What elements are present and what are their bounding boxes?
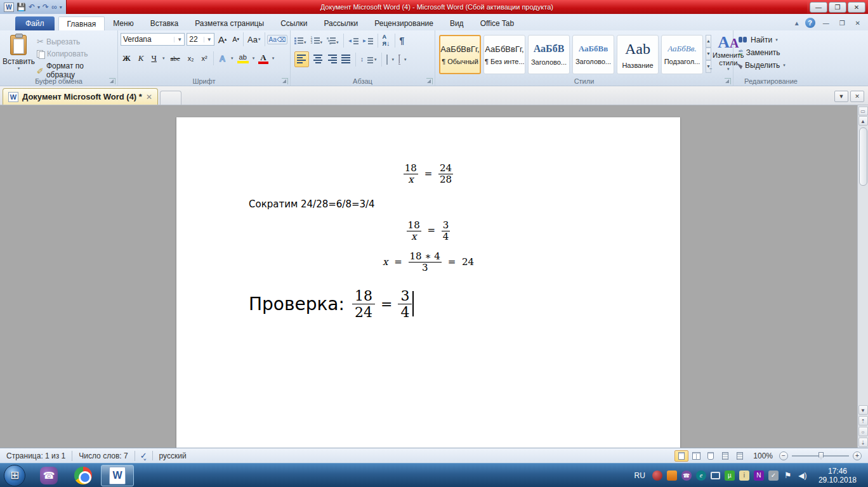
style-no-spacing[interactable]: АаБбВвГг, ¶ Без инте... [483,35,525,74]
doc-restore-button[interactable]: ❐ [837,20,848,27]
document-page[interactable]: 18x = 2428 Сократим 24/28=6/8=3/4 18x = … [176,117,680,449]
tab-bar-close-icon[interactable]: ✕ [850,91,864,102]
text-effects-button[interactable]: А [218,53,227,64]
doc-close-button[interactable]: ✕ [853,20,863,27]
style-normal[interactable]: АаБбВвГг, ¶ Обычный [439,35,481,74]
draft-view-button[interactable] [733,450,747,462]
style-subtitle[interactable]: АаБбВв. Подзагол... [661,35,703,74]
taskbar-viber[interactable]: ☎ [32,465,65,486]
shading-button[interactable] [386,55,388,64]
zoom-level[interactable]: 100% [751,451,775,460]
zoom-in-icon[interactable]: + [853,451,862,460]
styles-dialog-launcher-icon[interactable] [725,78,731,84]
grow-font-button[interactable]: A▴ [216,34,229,46]
zoom-slider[interactable] [792,455,849,457]
save-button[interactable]: 💾 [16,1,26,13]
minimize-ribbon-icon[interactable]: ▲ [794,20,800,27]
qat-customize-icon[interactable]: ▾ [60,4,62,10]
font-family-combo[interactable]: Verdana▼ [121,33,185,46]
line-spacing-button[interactable]: ↕▾ [360,56,377,63]
language-status[interactable]: русский [153,451,193,461]
antivirus-tray-icon[interactable] [652,471,662,481]
cut-button[interactable]: ✂ Вырезать [35,36,115,47]
ruler-toggle-icon[interactable]: ▭ [858,107,868,115]
tab-file[interactable]: Файл [15,16,55,30]
word-count-status[interactable]: Число слов: 7 [72,451,135,461]
start-button[interactable]: ⊞ [4,465,25,486]
bold-button[interactable]: Ж [121,53,133,64]
close-button[interactable]: ✕ [848,2,865,13]
styles-scroll-down-icon[interactable]: ▼ [706,48,711,60]
font-dialog-launcher-icon[interactable] [282,78,288,84]
word-app-icon[interactable]: W [4,3,14,12]
viber-tray-icon[interactable]: ☎ [681,471,692,481]
reading-view-button[interactable] [689,450,703,462]
superscript-button[interactable]: x² [200,54,209,63]
vertical-scrollbar[interactable]: ▭ ▲ ▼ ⇡ ○ ⇣ [857,105,868,448]
zoom-out-icon[interactable]: − [779,451,788,460]
chevron-down-icon[interactable]: ▼ [204,37,212,42]
language-indicator[interactable]: RU [635,471,648,480]
bullets-button[interactable]: ▾ [294,36,306,46]
undo-button[interactable]: ↶ [29,1,35,13]
align-center-button[interactable] [313,53,323,65]
borders-button[interactable] [398,55,400,64]
document-tab[interactable]: W Документ Microsoft Word (4) * ✕ [3,88,158,105]
change-case-button[interactable]: Аа▾ [246,34,263,45]
taskbar-word[interactable]: W [101,465,134,486]
select-button[interactable]: Выделить▾ [739,61,806,70]
print-layout-view-button[interactable] [674,450,688,462]
zoom-slider-thumb[interactable] [819,452,824,460]
styles-scroll-up-icon[interactable]: ▲ [706,35,711,48]
decrease-indent-button[interactable] [348,37,358,44]
tab-view[interactable]: Вид [442,16,472,30]
shrink-font-button[interactable]: A▾ [230,35,241,44]
sort-button[interactable]: АЯ↓ [383,34,390,47]
tab-close-icon[interactable]: ✕ [146,93,152,101]
font-size-combo[interactable]: 22▼ [187,33,214,46]
restore-button[interactable]: ❐ [829,2,846,13]
network-tray-icon[interactable] [711,472,720,479]
find-button[interactable]: Найти▾ [739,36,806,44]
chevron-down-icon[interactable]: ▼ [174,37,182,42]
multilevel-list-button[interactable]: ▾ [327,36,339,46]
tab-home[interactable]: Главная [58,16,105,30]
browse-object-icon[interactable]: ○ [858,427,868,436]
minimize-button[interactable]: — [810,2,827,13]
scrollbar-thumb[interactable] [859,127,867,186]
eset-tray-icon[interactable]: e [696,471,706,481]
highlight-button[interactable]: ab [237,53,249,63]
clock[interactable]: 17:46 29.10.2018 [812,467,863,484]
paragraph-dialog-launcher-icon[interactable] [426,78,433,84]
help-icon[interactable]: ? [805,18,815,28]
web-layout-view-button[interactable] [704,450,718,462]
java-tray-icon[interactable] [667,471,677,481]
align-right-button[interactable] [327,53,337,65]
style-title[interactable]: Аab Название [617,35,659,74]
tab-list-dropdown-icon[interactable]: ▼ [834,91,848,102]
onenote-tray-icon[interactable]: N [754,471,764,481]
redo-button[interactable]: ↷ [43,1,49,13]
justify-button[interactable] [341,53,351,65]
undo-dropdown-icon[interactable]: ▾ [37,4,40,10]
next-page-icon[interactable]: ⇣ [858,438,868,447]
show-marks-button[interactable]: ¶ [400,36,405,46]
scroll-up-icon[interactable]: ▲ [858,116,868,126]
mail-tray-icon[interactable]: i [739,471,749,481]
tab-mailings[interactable]: Рассылки [315,16,366,30]
style-heading1[interactable]: АаБбВ Заголово... [528,35,570,74]
tab-page-layout[interactable]: Разметка страницы [187,16,272,30]
tab-menu[interactable]: Меню [105,16,141,30]
subscript-button[interactable]: x₂ [186,54,196,63]
action-center-flag-icon[interactable]: ⚑ [783,471,793,481]
previous-page-icon[interactable]: ⇡ [858,416,868,425]
doc-minimize-button[interactable]: — [820,20,832,27]
tab-office-tab[interactable]: Office Tab [472,16,523,30]
strikethrough-button[interactable]: abc [168,54,181,63]
font-color-button[interactable]: А [258,53,268,64]
copy-button[interactable]: Копировать [35,49,115,59]
scroll-down-icon[interactable]: ▼ [858,405,868,415]
tab-insert[interactable]: Вставка [142,16,187,30]
usb-tray-icon[interactable]: ✓ [768,471,779,481]
draw-table-button[interactable]: ∞ [51,1,57,13]
